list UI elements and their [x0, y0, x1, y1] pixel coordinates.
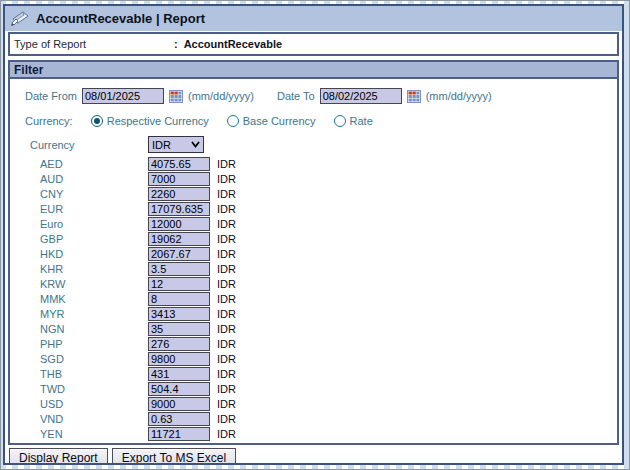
currency-unit-label: IDR	[217, 263, 236, 275]
currency-unit-label: IDR	[217, 308, 236, 320]
currency-rate-input[interactable]	[148, 262, 210, 276]
currency-rate-input[interactable]	[148, 277, 210, 291]
radio-icon[interactable]	[227, 115, 239, 127]
currency-code-label: AED	[40, 158, 148, 170]
title-bar: AccountRecevable | Report	[5, 6, 622, 31]
calendar-icon[interactable]	[169, 90, 183, 103]
date-from-label: Date From	[25, 90, 77, 102]
currency-code-label: THB	[40, 368, 148, 380]
filter-body: Date From	[10, 79, 617, 443]
filter-section: Filter Date From	[8, 60, 619, 445]
report-type-value: AccountRecevable	[184, 38, 282, 50]
report-type-box: Type of Report : AccountRecevable	[8, 32, 619, 56]
report-window: AccountRecevable | Report Type of Report…	[3, 4, 624, 465]
currency-rate-input[interactable]	[148, 157, 210, 171]
page-background: AccountRecevable | Report Type of Report…	[0, 0, 630, 470]
currency-code-label: VND	[40, 413, 148, 425]
currency-unit-label: IDR	[217, 248, 236, 260]
currency-rate-input[interactable]	[148, 412, 210, 426]
currency-rate-input[interactable]	[148, 382, 210, 396]
date-from-input[interactable]	[82, 88, 164, 104]
currency-rate-row: YEN IDR	[40, 426, 617, 441]
radio-respective-currency[interactable]: Respective Currency	[91, 115, 209, 127]
currency-rate-input[interactable]	[148, 397, 210, 411]
currency-rate-row: HKD IDR	[40, 246, 617, 261]
currency-code-label: KRW	[40, 278, 148, 290]
action-button-row: Display Report Export To MS Excel	[9, 448, 622, 465]
radio-icon[interactable]	[91, 115, 103, 127]
radio-label: Base Currency	[243, 115, 316, 127]
currency-rate-row: CNY IDR	[40, 186, 617, 201]
page-title: AccountRecevable | Report	[36, 11, 205, 26]
currency-unit-label: IDR	[217, 353, 236, 365]
currency-rate-row: KRW IDR	[40, 276, 617, 291]
base-currency-row: Currency IDR	[30, 136, 617, 153]
currency-unit-label: IDR	[217, 398, 236, 410]
currency-code-label: HKD	[40, 248, 148, 260]
currency-mode-row: Currency: Respective Currency Base Curre…	[25, 115, 617, 127]
currency-rate-input[interactable]	[148, 292, 210, 306]
currency-rate-row: SGD IDR	[40, 351, 617, 366]
display-report-button[interactable]: Display Report	[9, 448, 108, 465]
calendar-icon[interactable]	[407, 90, 421, 103]
currency-rate-row: THB IDR	[40, 366, 617, 381]
currency-rate-input[interactable]	[148, 307, 210, 321]
currency-unit-label: IDR	[217, 278, 236, 290]
currency-code-label: TWD	[40, 383, 148, 395]
base-currency-label: Currency	[30, 139, 148, 151]
currency-rate-row: MMK IDR	[40, 291, 617, 306]
report-type-separator: :	[174, 38, 178, 50]
radio-icon[interactable]	[334, 115, 346, 127]
base-currency-selected-value: IDR	[152, 139, 171, 151]
currency-unit-label: IDR	[217, 323, 236, 335]
currency-unit-label: IDR	[217, 368, 236, 380]
currency-rate-row: AED IDR	[40, 156, 617, 171]
radio-label: Respective Currency	[107, 115, 209, 127]
currency-code-label: GBP	[40, 233, 148, 245]
currency-rate-input[interactable]	[148, 352, 210, 366]
currency-unit-label: IDR	[217, 173, 236, 185]
currency-code-label: SGD	[40, 353, 148, 365]
currency-unit-label: IDR	[217, 233, 236, 245]
currency-rate-row: VND IDR	[40, 411, 617, 426]
currency-rate-row: Euro IDR	[40, 216, 617, 231]
currency-rate-input[interactable]	[148, 322, 210, 336]
currency-code-label: PHP	[40, 338, 148, 350]
currency-rate-input[interactable]	[148, 427, 210, 441]
currency-rate-row: MYR IDR	[40, 306, 617, 321]
currency-code-label: CNY	[40, 188, 148, 200]
currency-rate-input[interactable]	[148, 247, 210, 261]
currency-code-label: AUD	[40, 173, 148, 185]
date-to-input[interactable]	[320, 88, 402, 104]
currency-rate-row: EUR IDR	[40, 201, 617, 216]
currency-rate-input[interactable]	[148, 202, 210, 216]
currency-code-label: Euro	[40, 218, 148, 230]
currency-code-label: YEN	[40, 428, 148, 440]
report-type-label: Type of Report	[14, 38, 174, 50]
filter-header: Filter	[10, 62, 617, 79]
report-icon	[10, 10, 30, 27]
base-currency-select[interactable]: IDR	[148, 136, 204, 153]
currency-unit-label: IDR	[217, 158, 236, 170]
currency-rate-input[interactable]	[148, 217, 210, 231]
currency-rate-input[interactable]	[148, 367, 210, 381]
radio-label: Rate	[350, 115, 373, 127]
currency-rate-row: USD IDR	[40, 396, 617, 411]
currency-rate-input[interactable]	[148, 232, 210, 246]
currency-rate-list: AED IDR AUD IDR CNY IDR EUR IDR Euro IDR…	[10, 156, 617, 441]
currency-unit-label: IDR	[217, 338, 236, 350]
currency-rate-input[interactable]	[148, 187, 210, 201]
currency-code-label: MYR	[40, 308, 148, 320]
radio-rate[interactable]: Rate	[334, 115, 373, 127]
export-excel-button[interactable]: Export To MS Excel	[112, 448, 236, 465]
currency-unit-label: IDR	[217, 413, 236, 425]
currency-code-label: NGN	[40, 323, 148, 335]
currency-rate-input[interactable]	[148, 172, 210, 186]
radio-base-currency[interactable]: Base Currency	[227, 115, 316, 127]
currency-unit-label: IDR	[217, 383, 236, 395]
currency-rate-input[interactable]	[148, 337, 210, 351]
currency-code-label: MMK	[40, 293, 148, 305]
currency-unit-label: IDR	[217, 428, 236, 440]
date-range-row: Date From	[25, 88, 617, 104]
currency-rate-row: NGN IDR	[40, 321, 617, 336]
